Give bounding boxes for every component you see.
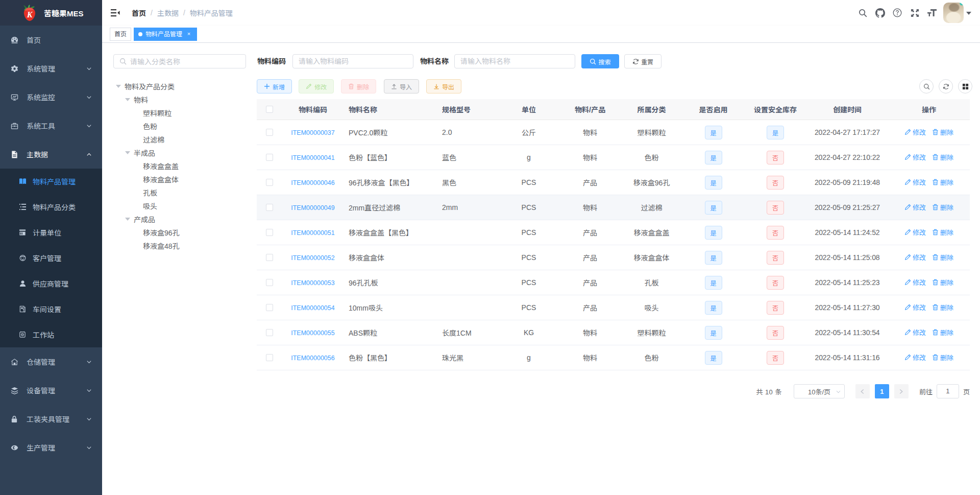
svg-text:K: K [27,10,33,19]
